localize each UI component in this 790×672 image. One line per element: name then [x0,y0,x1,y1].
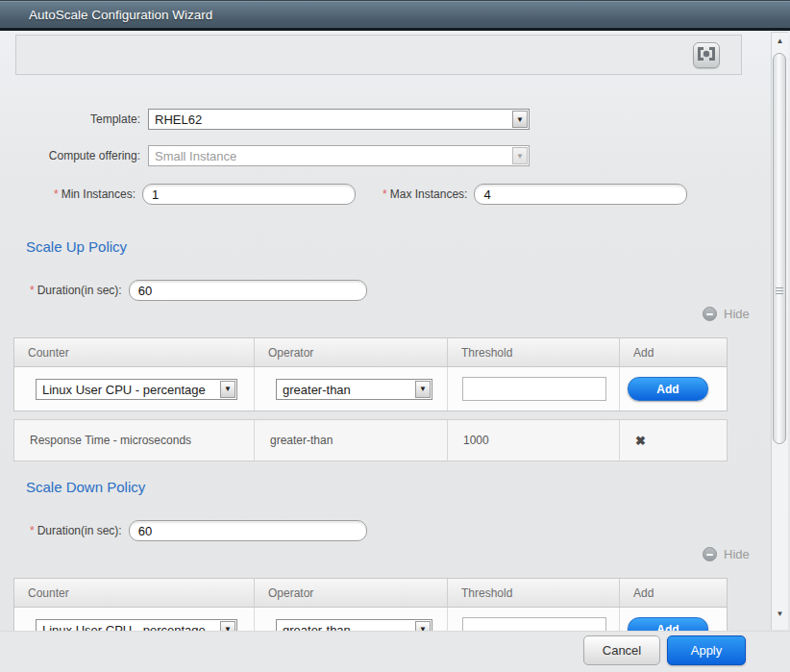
apply-button[interactable]: Apply [667,635,746,665]
scroll-thumb[interactable] [773,53,786,444]
scale-down-policy-title: Scale Down Policy [26,479,145,495]
scale-down-duration-row: * Duration(in sec): [0,520,367,541]
scale-up-policy-title: Scale Up Policy [26,238,127,255]
table-input-row: Linux User CPU - percentage ▼ greater-th… [14,608,727,631]
compute-offering-label: Compute offering: [13,149,140,162]
table-header-row: Counter Operator Threshold Add [14,579,727,608]
scroll-down-icon[interactable]: ▼ [772,609,788,620]
threshold-cell [448,367,620,411]
hide-label: Hide [724,547,750,561]
condition-threshold: 1000 [448,420,620,460]
template-select-value: RHEL62 [155,112,509,127]
autoscale-wizard-dialog: AutoScale Configuration Wizard Template:… [0,0,790,672]
counter-select[interactable]: Linux User CPU - percentage ▼ [36,379,237,400]
operator-cell: greater-than ▼ [255,608,448,631]
minus-icon[interactable] [703,307,717,321]
dropdown-arrow-icon[interactable]: ▼ [220,621,235,632]
add-cell: Add [620,367,727,411]
scale-down-policy-table: Counter Operator Threshold Add Linux Use… [13,578,728,631]
column-header-add: Add [620,579,727,607]
operator-select[interactable]: greater-than ▼ [276,619,432,632]
dialog-title: AutoScale Configuration Wizard [29,8,212,22]
dialog-titlebar: AutoScale Configuration Wizard [0,0,790,31]
scroll-grip [776,287,783,296]
scale-up-duration-row: * Duration(in sec): [0,280,367,301]
min-instances-input[interactable] [142,184,356,205]
table-header-row: Counter Operator Threshold Add [14,338,727,367]
counter-cell: Linux User CPU - percentage ▼ [14,367,255,411]
scroll-up-icon[interactable]: ▲ [772,36,788,47]
scale-up-hide-button[interactable]: Hide [703,307,750,321]
add-cell: Add [620,608,727,631]
scale-up-duration-label: Duration(in sec): [37,284,122,297]
vertical-scrollbar[interactable]: ▲ ▼ [771,32,788,630]
column-header-operator: Operator [255,579,448,607]
operator-select-value: greater-than [283,383,412,397]
max-instances-label: Max Instances: [390,187,468,201]
column-header-threshold: Threshold [448,579,620,607]
operator-select-value: greater-than [283,623,412,632]
threshold-input[interactable] [462,377,606,401]
scale-down-duration-input[interactable] [129,520,367,541]
counter-select-value: Linux User CPU - percentage [42,623,217,632]
minus-icon[interactable] [703,547,717,561]
dialog-footer: Cancel Apply [0,631,790,672]
min-instances-label: Min Instances: [62,187,136,201]
compute-offering-row: Compute offering: Small Instance ▼ [13,145,530,166]
dropdown-arrow-icon[interactable]: ▼ [512,111,528,128]
column-header-counter: Counter [14,338,255,366]
dropdown-arrow-icon[interactable]: ▼ [415,621,431,632]
scale-down-hide-button[interactable]: Hide [703,547,750,561]
policy-condition-row: Response Time - microseconds greater-tha… [13,419,728,461]
template-select[interactable]: RHEL62 ▼ [148,109,530,130]
operator-select[interactable]: greater-than ▼ [276,379,432,400]
column-header-add: Add [620,338,727,366]
counter-select-value: Linux User CPU - percentage [42,383,217,397]
required-asterisk: * [383,187,387,201]
instances-row: * Min Instances: * Max Instances: [0,184,687,205]
condition-operator: greater-than [255,420,448,460]
counter-select[interactable]: Linux User CPU - percentage ▼ [36,619,237,632]
scale-up-policy-table: Counter Operator Threshold Add Linux Use… [13,337,728,411]
template-row: Template: RHEL62 ▼ [13,109,530,130]
add-button[interactable]: Add [628,617,708,631]
required-asterisk: * [30,284,35,297]
column-header-threshold: Threshold [448,338,620,366]
operator-cell: greater-than ▼ [255,367,448,411]
column-header-counter: Counter [14,579,255,607]
hide-label: Hide [724,307,750,321]
delete-button[interactable]: ✖ [635,434,646,448]
threshold-input[interactable] [462,617,606,631]
add-button[interactable]: Add [628,377,708,401]
counter-cell: Linux User CPU - percentage ▼ [14,608,255,631]
max-instances-input[interactable] [474,184,687,205]
required-asterisk: * [54,187,59,201]
provider-toggle-button[interactable] [693,42,720,68]
condition-actions: ✖ [620,420,727,460]
template-label: Template: [13,112,140,126]
dropdown-arrow-icon: ▼ [512,147,528,164]
scale-up-duration-input[interactable] [129,280,367,301]
required-asterisk: * [30,524,35,537]
compute-offering-select: Small Instance ▼ [148,145,530,166]
provider-panel [15,35,742,75]
threshold-cell [448,608,620,631]
scale-down-duration-label: Duration(in sec): [37,524,122,537]
delete-icon: ✖ [635,434,646,448]
netscaler-icon [698,47,715,63]
condition-counter: Response Time - microseconds [14,420,255,460]
dialog-content: Template: RHEL62 ▼ Compute offering: Sma… [0,31,790,631]
compute-offering-select-value: Small Instance [155,149,509,163]
dropdown-arrow-icon[interactable]: ▼ [220,381,235,398]
cancel-button[interactable]: Cancel [583,635,660,665]
dropdown-arrow-icon[interactable]: ▼ [415,381,431,398]
table-input-row: Linux User CPU - percentage ▼ greater-th… [14,367,727,411]
column-header-operator: Operator [255,338,448,366]
